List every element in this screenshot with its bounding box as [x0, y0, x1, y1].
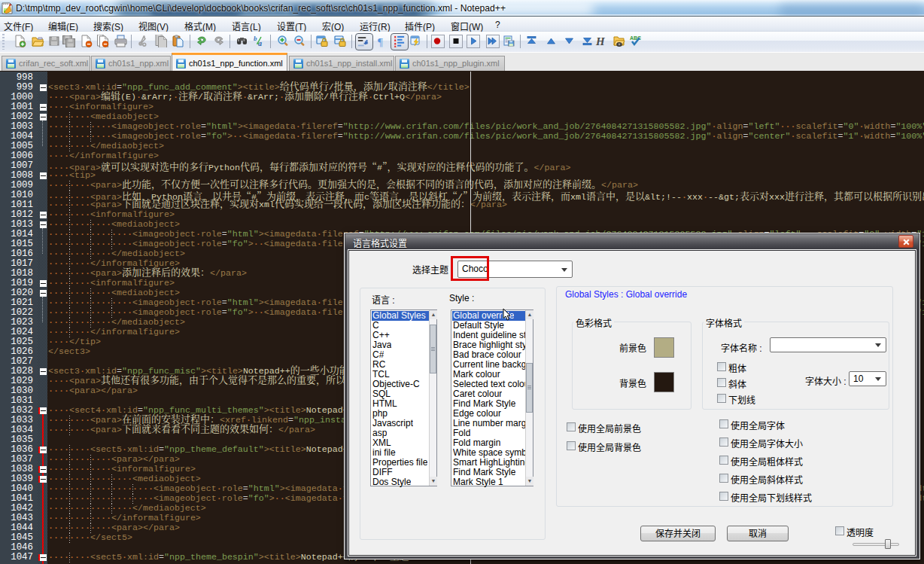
svg-text:b: b [254, 35, 257, 42]
svg-text:H: H [595, 35, 606, 47]
svg-text:¶: ¶ [378, 36, 383, 48]
